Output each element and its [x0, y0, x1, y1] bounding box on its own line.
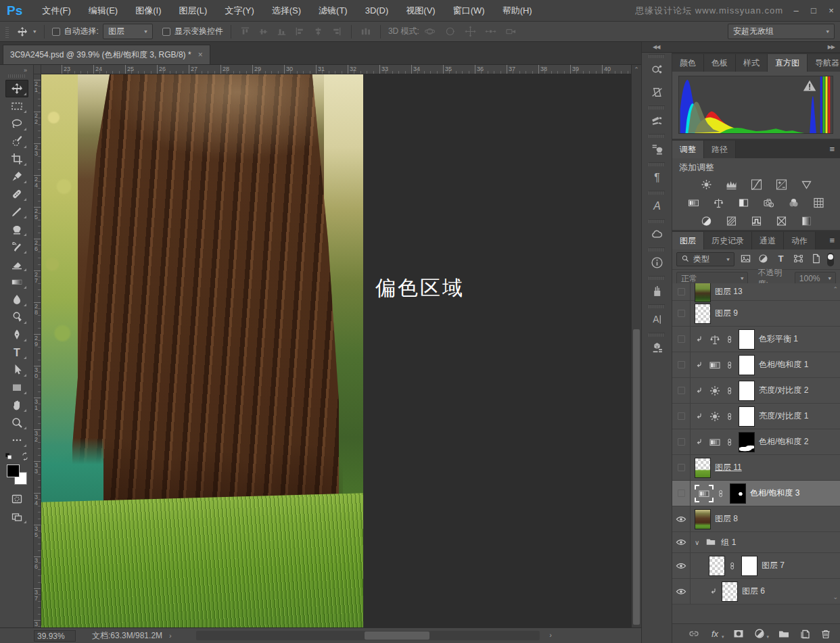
layer-visibility-toggle[interactable]: [672, 429, 691, 454]
layer-name[interactable]: 图层 8: [715, 513, 738, 525]
layers-scroll-up-icon[interactable]: ⌃: [833, 286, 838, 293]
marquee-tool-icon[interactable]: [5, 97, 28, 115]
vertical-scrollbar[interactable]: ⌃: [631, 65, 641, 627]
show-transform-checkbox[interactable]: [162, 28, 170, 36]
new-group-icon[interactable]: [778, 627, 790, 640]
layer-name[interactable]: 色相/饱和度 3: [750, 487, 799, 499]
minimize-icon[interactable]: –: [787, 5, 805, 16]
mask-link-icon[interactable]: [726, 410, 734, 423]
move-tool-icon[interactable]: [5, 80, 28, 97]
mask-link-icon[interactable]: [729, 560, 737, 572]
scroll-up-icon[interactable]: ⌃: [632, 66, 641, 73]
clone-stamp-tool-icon[interactable]: [5, 220, 28, 238]
info-icon[interactable]: [642, 252, 672, 275]
status-expand-icon[interactable]: ›: [169, 632, 172, 640]
align-top-edges-icon[interactable]: [239, 25, 252, 39]
layer-mask-thumbnail[interactable]: [730, 483, 746, 504]
group-expand-icon[interactable]: ∨: [695, 539, 699, 546]
layer-thumbnail[interactable]: [695, 283, 711, 302]
quick-selection-tool-icon[interactable]: [5, 133, 28, 150]
gradient-map-adjustment-icon[interactable]: [773, 214, 789, 228]
horizontal-ruler[interactable]: 232425262728293031323334353637383940: [41, 65, 631, 74]
tab-导航器[interactable]: 导航器: [808, 54, 840, 72]
layer-visibility-toggle[interactable]: [672, 579, 691, 604]
layer-name[interactable]: 色相/饱和度 1: [759, 359, 808, 371]
adjustments-panel-menu-icon[interactable]: ≡: [824, 141, 840, 158]
mask-link-icon[interactable]: [718, 487, 726, 500]
layer-visibility-toggle[interactable]: [672, 301, 691, 326]
layer-visibility-toggle[interactable]: [672, 327, 691, 352]
tab-图层[interactable]: 图层: [672, 232, 704, 249]
layer-mask-thumbnail[interactable]: [739, 381, 755, 401]
pixel-layer-filter-icon[interactable]: [740, 253, 751, 266]
layer-filter-toggle[interactable]: [827, 253, 834, 266]
crop-tool-icon[interactable]: [5, 150, 28, 168]
paragraph-icon[interactable]: ¶: [642, 166, 672, 189]
mask-link-icon[interactable]: [726, 359, 734, 371]
layer-row-5[interactable]: 亮度/对比度 1: [672, 404, 840, 429]
layer-mask-thumbnail[interactable]: [739, 329, 755, 350]
menu-item-0[interactable]: 文件(F): [33, 0, 80, 22]
delete-layer-icon[interactable]: [820, 627, 832, 640]
type-layer-filter-icon[interactable]: T: [775, 253, 787, 266]
mask-link-icon[interactable]: [726, 333, 734, 346]
layer-visibility-toggle[interactable]: [672, 378, 691, 403]
align-right-edges-icon[interactable]: [330, 25, 344, 39]
layer-name[interactable]: 图层 7: [762, 560, 785, 571]
brush-tool-icon[interactable]: [5, 203, 28, 220]
mask-link-icon[interactable]: [726, 385, 734, 397]
menu-item-9[interactable]: 窗口(W): [444, 0, 494, 22]
eraser-tool-icon[interactable]: [5, 256, 28, 273]
tab-路径[interactable]: 路径: [704, 141, 736, 158]
swap-colors-icon[interactable]: [20, 452, 30, 463]
creative-cloud-icon[interactable]: [642, 223, 672, 246]
menu-item-10[interactable]: 帮助(H): [494, 0, 541, 22]
layer-name[interactable]: 组 1: [721, 537, 736, 548]
blur-tool-icon[interactable]: [5, 291, 28, 308]
lasso-tool-icon[interactable]: [5, 115, 28, 133]
menu-item-6[interactable]: 滤镜(T): [310, 0, 356, 22]
layer-mask-thumbnail[interactable]: [739, 406, 755, 427]
align-vertical-centers-icon[interactable]: [257, 25, 271, 39]
default-colors-icon[interactable]: [4, 452, 14, 463]
levels-adjustment-icon[interactable]: [723, 177, 739, 191]
threshold-adjustment-icon[interactable]: [748, 214, 764, 228]
curves-adjustment-icon[interactable]: [748, 177, 764, 191]
photo-filter-adjustment-icon[interactable]: [761, 195, 777, 210]
add-layer-mask-icon[interactable]: [732, 627, 745, 640]
layer-mask-thumbnail[interactable]: [739, 432, 755, 452]
auto-select-checkbox[interactable]: [52, 28, 60, 36]
zoom-tool-icon[interactable]: [5, 414, 28, 431]
layer-visibility-toggle[interactable]: [672, 455, 691, 480]
layer-name[interactable]: 图层 9: [715, 308, 738, 319]
tab-调整[interactable]: 调整: [672, 141, 704, 158]
layer-row-11[interactable]: 图层 7: [672, 553, 840, 579]
vertical-ruler[interactable]: 212223242526272829303132333435363738: [34, 74, 41, 627]
3d-roll-icon[interactable]: [444, 25, 457, 39]
tab-颜色[interactable]: 颜色: [672, 54, 704, 72]
layer-row-2[interactable]: 色彩平衡 1: [672, 327, 840, 352]
menu-item-5[interactable]: 选择(S): [263, 0, 310, 22]
smart-object-filter-icon[interactable]: [810, 253, 822, 266]
posterize-adjustment-icon[interactable]: [723, 214, 739, 228]
layer-visibility-toggle[interactable]: [672, 553, 691, 578]
menu-item-3[interactable]: 图层(L): [170, 0, 216, 22]
tool-presets-icon[interactable]: [642, 280, 672, 303]
path-selection-tool-icon[interactable]: [5, 361, 28, 379]
layer-mask-thumbnail[interactable]: [741, 556, 757, 576]
vibrance-adjustment-icon[interactable]: [798, 177, 814, 191]
hand-tool-icon[interactable]: [5, 396, 28, 414]
3d-rotate-icon[interactable]: [423, 25, 437, 39]
brightness-contrast-adjustment-icon[interactable]: [707, 384, 722, 398]
pen-tool-icon[interactable]: [5, 326, 28, 343]
shape-tool-icon[interactable]: [5, 379, 28, 396]
layer-visibility-toggle[interactable]: [672, 506, 691, 531]
layer-row-8[interactable]: 色相/饱和度 3: [672, 481, 840, 506]
layer-name[interactable]: 图层 11: [715, 462, 742, 473]
collapse-panels-icon[interactable]: ▶▶: [828, 44, 835, 50]
layer-row-3[interactable]: 色相/饱和度 1: [672, 352, 840, 378]
adjustment-layer-filter-icon[interactable]: [757, 253, 769, 266]
hue-saturation-adjustment-icon[interactable]: [707, 358, 722, 372]
black-white-adjustment-icon[interactable]: [736, 195, 752, 210]
tab-直方图[interactable]: 直方图: [768, 54, 808, 72]
